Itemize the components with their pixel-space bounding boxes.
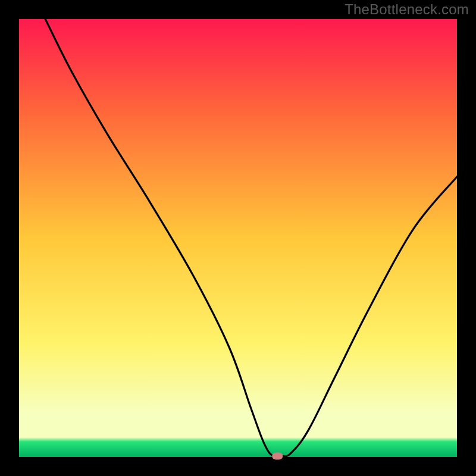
watermark-text: TheBottleneck.com <box>345 1 469 18</box>
plot-background <box>19 19 457 457</box>
chart-frame: TheBottleneck.com <box>0 0 476 476</box>
minimum-marker <box>272 453 283 460</box>
bottleneck-chart <box>0 0 476 476</box>
